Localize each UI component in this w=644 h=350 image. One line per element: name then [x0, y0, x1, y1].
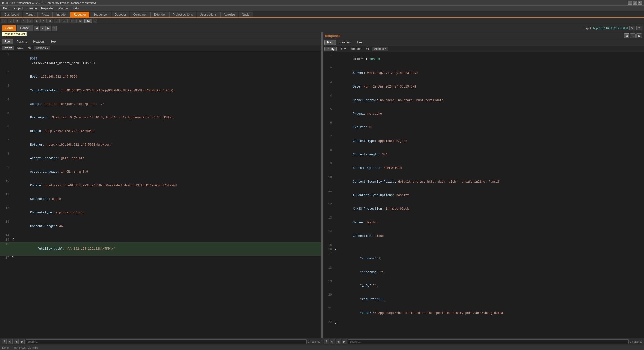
- menu-repeater[interactable]: Repeater: [39, 6, 56, 11]
- menu-window[interactable]: Window: [56, 6, 70, 11]
- req-line-11: 11 Connection: close: [0, 192, 321, 206]
- menu-project[interactable]: Project: [11, 6, 25, 11]
- req-line-7: 7 Referer: http://192.168.222.145:5050/b…: [0, 138, 321, 152]
- req-forward-icon[interactable]: ▶: [20, 339, 25, 344]
- menu-burp[interactable]: Burp: [1, 6, 11, 11]
- rep-tab-8[interactable]: 8: [47, 19, 53, 23]
- rep-tab-11[interactable]: 11: [68, 19, 76, 23]
- req-sub-tab-params[interactable]: Params: [14, 39, 30, 44]
- tab-sequencer[interactable]: Sequencer: [90, 12, 111, 17]
- cancel-button[interactable]: Cancel: [17, 25, 33, 31]
- tab-dashboard[interactable]: Dashboard: [1, 12, 22, 17]
- req-back-icon[interactable]: ◀: [14, 339, 19, 344]
- view-horizontal-button[interactable]: ≡: [630, 33, 636, 38]
- rep-tab-1[interactable]: 1: [1, 19, 7, 23]
- nav-prev-dropdown[interactable]: ▾: [40, 26, 45, 31]
- res-line-21: 21 "data":"<b>pg_dump:</b> not found on …: [323, 306, 644, 320]
- res-help-icon[interactable]: ?: [324, 339, 329, 344]
- res-actions-button[interactable]: Actions ▾: [372, 47, 388, 51]
- help-button[interactable]: ?: [636, 26, 642, 30]
- res-line-17: 17 "success":1,: [323, 252, 644, 266]
- send-tooltip: Issue the request: [2, 32, 27, 36]
- tab-user-options[interactable]: User options: [197, 12, 220, 17]
- menu-help[interactable]: Help: [70, 6, 81, 11]
- nav-prev-button[interactable]: ◀: [34, 26, 39, 31]
- maximize-button[interactable]: □: [633, 1, 637, 5]
- request-inner-tabs: Pretty Raw \n Actions ▾: [0, 45, 321, 51]
- tab-autorize[interactable]: Autorize: [220, 12, 238, 17]
- view-single-button[interactable]: ⊟: [636, 33, 642, 38]
- res-search-input[interactable]: [348, 339, 629, 344]
- view-split-button[interactable]: ⊞: [624, 33, 629, 38]
- tab-target[interactable]: Target: [23, 12, 38, 17]
- req-inner-tab-raw[interactable]: Raw: [15, 46, 25, 50]
- res-forward-icon[interactable]: ▶: [342, 339, 347, 344]
- res-line-14: 14 Connection: close: [323, 229, 644, 243]
- res-sub-tab-headers[interactable]: Headers: [337, 40, 353, 45]
- rep-tab-3[interactable]: 3: [14, 19, 20, 23]
- res-back-icon[interactable]: ◀: [336, 339, 341, 344]
- res-line-22: 22 }: [323, 320, 644, 324]
- status-text: Done: [2, 346, 9, 349]
- tab-decoder[interactable]: Decoder: [112, 12, 129, 17]
- tab-intruder[interactable]: Intruder: [53, 12, 70, 17]
- bottom-bar: ? ⚙ ◀ ▶ 0 matches ? ⚙ ◀ ▶ 0 matches: [0, 338, 644, 345]
- req-inner-tab-pretty[interactable]: Pretty: [2, 46, 14, 50]
- tab-project-options[interactable]: Project options: [169, 12, 196, 17]
- nav-next-dropdown[interactable]: ▾: [52, 26, 57, 31]
- rep-tab-more[interactable]: ...: [93, 19, 97, 23]
- res-inner-tab-newline[interactable]: \n: [364, 47, 371, 51]
- rep-tab-9[interactable]: 9: [54, 19, 60, 23]
- rep-tab-6[interactable]: 6: [34, 19, 40, 23]
- send-button[interactable]: Send: [2, 25, 16, 31]
- tab-comparer[interactable]: Comparer: [130, 12, 150, 17]
- rep-tab-4[interactable]: 4: [21, 19, 27, 23]
- title-bar: Burp Suite Professional v2020.9.1 - Temp…: [0, 0, 644, 6]
- req-settings-icon[interactable]: ⚙: [8, 339, 13, 344]
- tab-repeater[interactable]: Repeater: [70, 12, 89, 17]
- res-line-13: 13 Server: Python: [323, 216, 644, 229]
- res-sub-tab-raw[interactable]: Raw: [324, 40, 336, 45]
- req-line-10: 10 Cookie: pga4_session=e6f521fc-e9f4-4c…: [0, 179, 321, 192]
- close-button[interactable]: ✕: [638, 1, 642, 5]
- res-inner-tab-raw[interactable]: Raw: [337, 47, 348, 51]
- res-inner-tab-render[interactable]: Render: [349, 47, 363, 51]
- res-inner-tab-pretty[interactable]: Pretty: [324, 47, 337, 51]
- nav-next-button[interactable]: ▶: [45, 26, 51, 31]
- res-sub-tab-hex[interactable]: Hex: [354, 40, 365, 45]
- minimize-button[interactable]: ─: [628, 1, 632, 5]
- req-search-input[interactable]: [26, 339, 307, 344]
- target-info: Target: http://192.168.222.145:5050 ✎ ?: [583, 26, 642, 30]
- rep-tab-2[interactable]: 2: [8, 19, 14, 23]
- request-code-area[interactable]: 1 POST /misc/validate_binary_path HTTP/1…: [0, 51, 321, 338]
- req-actions-label: Actions: [36, 46, 46, 50]
- request-panel: Request Raw Params Headers Hex Pretty Ra…: [0, 32, 322, 338]
- tab-nuclei[interactable]: Nuclei: [239, 12, 253, 17]
- req-line-12: 12 Content-Type: application/json: [0, 206, 321, 220]
- response-code-area[interactable]: 1 HTTP/1.1 200 OK 2 Server: Werkzeug/2.1…: [323, 52, 644, 338]
- req-help-icon[interactable]: ?: [2, 339, 7, 344]
- res-line-6: 6 Expires: 0: [323, 121, 644, 134]
- response-bottom: ? ⚙ ◀ ▶ 0 matches: [322, 338, 644, 345]
- target-label: Target:: [583, 27, 592, 30]
- rep-tab-5[interactable]: 5: [27, 19, 33, 23]
- tab-proxy[interactable]: Proxy: [38, 12, 53, 17]
- request-bottom: ? ⚙ ◀ ▶ 0 matches: [0, 338, 322, 345]
- tab-extender[interactable]: Extender: [150, 12, 169, 17]
- req-line-16: 16 "utility_path":"\\\\192.168.222.128\\…: [0, 242, 321, 256]
- rep-tab-12[interactable]: 12: [76, 19, 84, 23]
- res-matches-badge: 0 matches: [630, 340, 642, 343]
- res-settings-icon[interactable]: ⚙: [330, 339, 335, 344]
- rep-tab-10[interactable]: 10: [60, 19, 68, 23]
- rep-tab-13[interactable]: 13: [84, 19, 92, 23]
- res-line-5: 5 Pragma: no-cache: [323, 107, 644, 121]
- req-sub-tab-hex[interactable]: Hex: [48, 39, 59, 44]
- rep-tab-7[interactable]: 7: [40, 19, 47, 23]
- res-line-1: 1 HTTP/1.1 200 OK: [323, 53, 644, 66]
- req-sub-tab-headers[interactable]: Headers: [30, 39, 47, 44]
- menu-intruder[interactable]: Intruder: [25, 6, 39, 11]
- req-sub-tab-raw[interactable]: Raw: [2, 39, 13, 44]
- req-inner-tab-newline[interactable]: \n: [26, 46, 33, 50]
- req-actions-button[interactable]: Actions ▾: [34, 46, 50, 50]
- edit-target-button[interactable]: ✎: [629, 26, 635, 30]
